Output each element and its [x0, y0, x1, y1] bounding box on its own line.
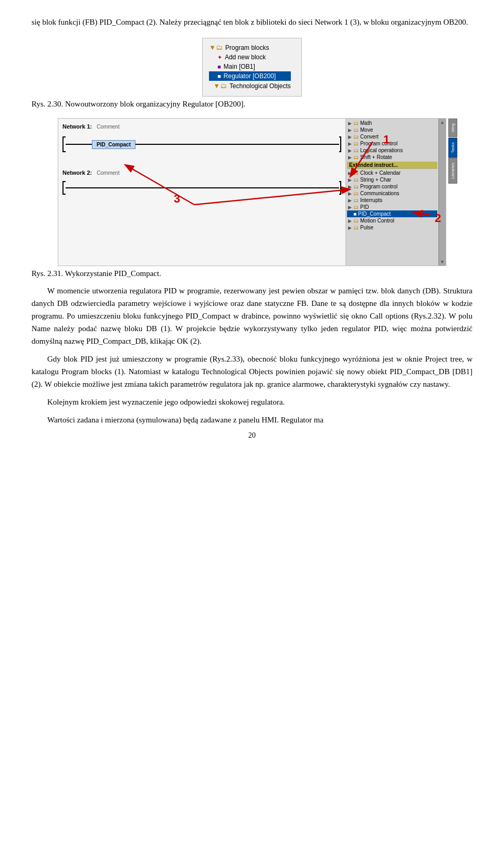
caption-rys231-text: Rys. 2.31. Wykorzystanie PID_Compact. — [32, 269, 161, 278]
folder-icon-pulse: 🗂 — [353, 225, 359, 230]
caption-rys230-text: Rys. 2.30. Nowoutworzony blok organizacy… — [32, 100, 245, 108]
panel-scrollbar[interactable]: ▲ ▼ — [438, 119, 446, 266]
instruction-panel: ▲ ▼ sting Tasks Libraries — [346, 119, 446, 266]
h-line-3 — [66, 187, 339, 188]
text-p1: się blok funkcji (FB) PID_Compact (2). N… — [32, 18, 468, 26]
paragraph-1: się blok funkcji (FB) PID_Compact (2). N… — [32, 16, 472, 28]
page-number: 20 — [32, 431, 472, 440]
panel-item-convert[interactable]: ▶ 🗂 Convert — [347, 133, 437, 140]
text-p5: Wartości zadana i mierzona (symulowana) … — [47, 416, 323, 424]
regulator-ob200-item[interactable]: ■ Regulator [OB200] — [209, 71, 291, 81]
text-p3: Gdy blok PID jest już umieszczony w prog… — [32, 355, 472, 388]
panel-item-motion-label: Motion Control — [360, 218, 394, 224]
block-icon-2: ■ — [217, 73, 221, 79]
caption-rys231: Rys. 2.31. Wykorzystanie PID_Compact. — [32, 269, 472, 278]
text-p4: Kolejnym krokiem jest wyznaczenie jego o… — [47, 398, 285, 406]
panel-item-clock[interactable]: ▶ 🗂 Clock + Calendar — [347, 170, 437, 176]
diagram-container: Network 1: Comment PID_Compact — [58, 118, 446, 266]
program-blocks-panel: ▼🗂 Program blocks ✦ Add new block ■ Main… — [202, 38, 302, 97]
main-ob1-label: Main [OB1] — [224, 63, 255, 70]
panel-item-math[interactable]: ▶ 🗂 Math — [347, 120, 437, 126]
network-diagram: Network 1: Comment PID_Compact — [58, 119, 346, 266]
folder-icon-math: 🗂 — [353, 120, 359, 126]
arrow-icon-math: ▶ — [348, 121, 352, 126]
panel-item-motion[interactable]: ▶ 🗂 Motion Control — [347, 217, 437, 224]
arrow-icon-pulse: ▶ — [348, 225, 352, 230]
tab-libraries[interactable]: Libraries — [448, 158, 457, 184]
arrow-icon-comms: ▶ — [348, 191, 352, 196]
arrow-icon-interrupts: ▶ — [348, 198, 352, 203]
folder-icon-logical: 🗂 — [353, 147, 359, 153]
network2-label: Network 2: — [62, 170, 92, 176]
pid-compact-block[interactable]: PID_Compact — [92, 140, 135, 149]
panel-item-comms[interactable]: ▶ 🗂 Communications — [347, 190, 437, 197]
paragraph-2: W momencie utworzenia regulatora PID w p… — [32, 284, 472, 347]
panel-item-pid[interactable]: ▶ 🗂 PID — [347, 204, 437, 210]
arrow-icon-pid: ▶ — [348, 205, 352, 210]
page: się blok funkcji (FB) PID_Compact (2). N… — [0, 0, 504, 456]
diagram-wrapper: Network 1: Comment PID_Compact — [58, 118, 446, 266]
panel-item-pulse[interactable]: ▶ 🗂 Pulse — [347, 224, 437, 231]
network1-label: Network 1: — [62, 123, 92, 130]
add-new-block-label: Add new block — [225, 54, 266, 61]
arrow-icon-move: ▶ — [348, 128, 352, 133]
arrow-icon-convert: ▶ — [348, 134, 352, 140]
annotation-3: 3 — [174, 192, 180, 206]
panel-content: ▶ 🗂 Math ▶ 🗂 Move ▶ 🗂 Convert — [346, 119, 446, 232]
h-line-2 — [135, 144, 339, 145]
panel-item-progctrl2-label: Program control — [360, 184, 397, 189]
folder-icon-string: 🗂 — [353, 177, 359, 183]
panel-item-string-label: String + Char — [360, 177, 391, 183]
panel-item-math-label: Math — [360, 120, 372, 126]
regulator-ob200-label: Regulator [OB200] — [224, 72, 276, 80]
panel-item-move[interactable]: ▶ 🗂 Move — [347, 126, 437, 133]
panel-item-pid-label: PID — [360, 204, 369, 210]
folder-icon-progctrl: 🗂 — [353, 141, 359, 146]
panel-item-pulse-label: Pulse — [360, 225, 373, 230]
arrow-icon-logical: ▶ — [348, 148, 352, 153]
arrow-icon-progctrl2: ▶ — [348, 184, 352, 189]
tech-objects-item[interactable]: ▼🗂 Technological Objects — [209, 81, 291, 91]
network1-line: PID_Compact — [62, 135, 341, 154]
add-new-block-item[interactable]: ✦ Add new block — [209, 52, 291, 62]
folder-icon-move: 🗂 — [353, 127, 359, 133]
panel-item-string[interactable]: ▶ 🗂 String + Char — [347, 176, 437, 183]
h-line-1 — [66, 144, 92, 145]
main-ob1-item[interactable]: ■ Main [OB1] — [209, 62, 291, 71]
annotation-3-text: 3 — [174, 192, 180, 205]
arrow-icon-string: ▶ — [348, 177, 352, 183]
tab-sting[interactable]: sting — [448, 119, 457, 137]
block-icon-pid-compact: ■ — [353, 211, 356, 217]
folder-icon-pid: 🗂 — [353, 204, 359, 210]
panel-item-shift[interactable]: ▶ 🗂 Shift + Rotate — [347, 154, 437, 161]
network2-line — [62, 180, 341, 196]
folder-icon-convert: 🗂 — [353, 134, 359, 140]
arrow-icon-clock: ▶ — [348, 171, 352, 176]
extended-instruct-header: Extended instruct... — [347, 162, 437, 169]
arrow-icon-motion: ▶ — [348, 218, 352, 224]
extended-instruct-label: Extended instruct... — [349, 162, 398, 168]
page-number-text: 20 — [248, 431, 256, 439]
panel-item-logical[interactable]: ▶ 🗂 Logical operations — [347, 147, 437, 154]
figure-rys230: ▼🗂 Program blocks ✦ Add new block ■ Main… — [32, 38, 472, 97]
ladder-right-rail-2 — [339, 181, 341, 195]
folder-icon-comms: 🗂 — [353, 190, 359, 196]
text-p2: W momencie utworzenia regulatora PID w p… — [32, 287, 472, 345]
panel-item-shift-label: Shift + Rotate — [360, 154, 392, 160]
tab-tasks[interactable]: Tasks — [448, 137, 457, 157]
folder-icon-clock: 🗂 — [353, 170, 359, 176]
folder-icon-shift: 🗂 — [353, 154, 359, 160]
panel-item-progctrl2[interactable]: ▶ 🗂 Program control — [347, 183, 437, 190]
arrow-icon-shift: ▶ — [348, 155, 352, 160]
panel-item-interrupts[interactable]: ▶ 🗂 Interrupts — [347, 197, 437, 204]
panel-item-convert-label: Convert — [360, 134, 379, 140]
panel-item-clock-label: Clock + Calendar — [360, 170, 401, 176]
panel-item-progctrl[interactable]: ▶ 🗂 Program control — [347, 140, 437, 147]
block-icon-1: ■ — [217, 63, 221, 70]
folder-icon-interrupts: 🗂 — [353, 197, 359, 203]
panel-item-pid-compact[interactable]: ■ PID_Compact — [347, 210, 437, 217]
panel-item-logical-label: Logical operations — [360, 147, 403, 153]
panel-item-comms-label: Communications — [360, 190, 399, 196]
ladder-right-rail — [339, 136, 341, 152]
arrow-icon-progctrl: ▶ — [348, 141, 352, 146]
